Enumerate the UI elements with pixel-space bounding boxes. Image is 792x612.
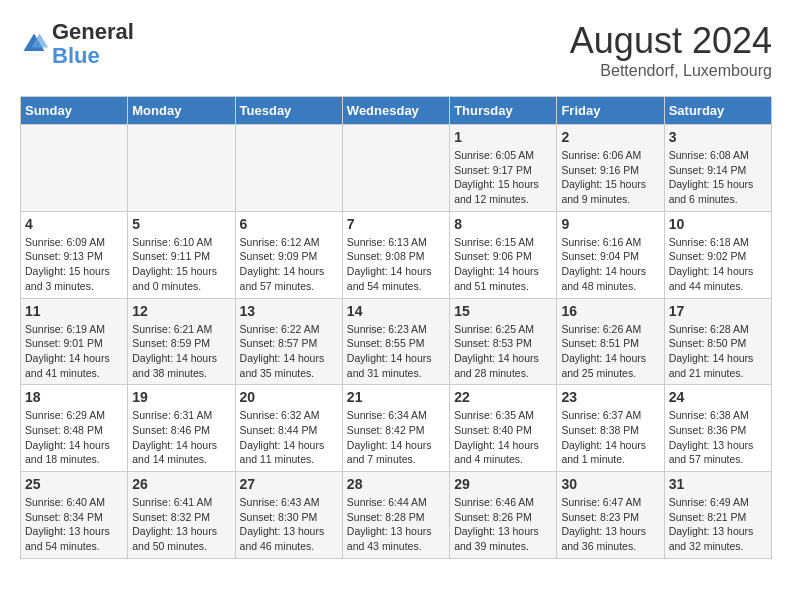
day-info: Sunrise: 6:25 AM Sunset: 8:53 PM Dayligh… [454, 322, 552, 381]
day-number: 6 [240, 216, 338, 232]
week-row-3: 11 Sunrise: 6:19 AM Sunset: 9:01 PM Dayl… [21, 298, 772, 385]
day-number: 31 [669, 476, 767, 492]
daylight-text: Daylight: 14 hours and 14 minutes. [132, 439, 217, 466]
day-info: Sunrise: 6:16 AM Sunset: 9:04 PM Dayligh… [561, 235, 659, 294]
daylight-text: Daylight: 14 hours and 18 minutes. [25, 439, 110, 466]
calendar-cell: 26 Sunrise: 6:41 AM Sunset: 8:32 PM Dayl… [128, 472, 235, 559]
sunrise-text: Sunrise: 6:13 AM [347, 236, 427, 248]
logo-icon [20, 30, 48, 58]
col-wednesday: Wednesday [342, 97, 449, 125]
sunrise-text: Sunrise: 6:34 AM [347, 409, 427, 421]
day-info: Sunrise: 6:49 AM Sunset: 8:21 PM Dayligh… [669, 495, 767, 554]
day-number: 25 [25, 476, 123, 492]
daylight-text: Daylight: 14 hours and 44 minutes. [669, 265, 754, 292]
calendar-cell: 20 Sunrise: 6:32 AM Sunset: 8:44 PM Dayl… [235, 385, 342, 472]
sunrise-text: Sunrise: 6:21 AM [132, 323, 212, 335]
day-info: Sunrise: 6:19 AM Sunset: 9:01 PM Dayligh… [25, 322, 123, 381]
subtitle: Bettendorf, Luxembourg [570, 62, 772, 80]
sunset-text: Sunset: 8:38 PM [561, 424, 639, 436]
sunset-text: Sunset: 8:32 PM [132, 511, 210, 523]
daylight-text: Daylight: 13 hours and 54 minutes. [25, 525, 110, 552]
sunrise-text: Sunrise: 6:49 AM [669, 496, 749, 508]
header-row: Sunday Monday Tuesday Wednesday Thursday… [21, 97, 772, 125]
daylight-text: Daylight: 14 hours and 1 minute. [561, 439, 646, 466]
sunrise-text: Sunrise: 6:23 AM [347, 323, 427, 335]
calendar-cell: 31 Sunrise: 6:49 AM Sunset: 8:21 PM Dayl… [664, 472, 771, 559]
logo-text: GeneralBlue [52, 20, 134, 68]
day-number: 1 [454, 129, 552, 145]
daylight-text: Daylight: 14 hours and 35 minutes. [240, 352, 325, 379]
calendar-cell: 15 Sunrise: 6:25 AM Sunset: 8:53 PM Dayl… [450, 298, 557, 385]
sunset-text: Sunset: 8:48 PM [25, 424, 103, 436]
sunrise-text: Sunrise: 6:38 AM [669, 409, 749, 421]
col-saturday: Saturday [664, 97, 771, 125]
day-number: 27 [240, 476, 338, 492]
daylight-text: Daylight: 15 hours and 9 minutes. [561, 178, 646, 205]
calendar-cell: 8 Sunrise: 6:15 AM Sunset: 9:06 PM Dayli… [450, 211, 557, 298]
calendar-cell: 12 Sunrise: 6:21 AM Sunset: 8:59 PM Dayl… [128, 298, 235, 385]
header: GeneralBlue August 2024 Bettendorf, Luxe… [20, 20, 772, 80]
day-number: 15 [454, 303, 552, 319]
day-info: Sunrise: 6:13 AM Sunset: 9:08 PM Dayligh… [347, 235, 445, 294]
title-area: August 2024 Bettendorf, Luxembourg [570, 20, 772, 80]
calendar-cell: 28 Sunrise: 6:44 AM Sunset: 8:28 PM Dayl… [342, 472, 449, 559]
daylight-text: Daylight: 13 hours and 43 minutes. [347, 525, 432, 552]
day-number: 13 [240, 303, 338, 319]
day-info: Sunrise: 6:38 AM Sunset: 8:36 PM Dayligh… [669, 408, 767, 467]
daylight-text: Daylight: 14 hours and 21 minutes. [669, 352, 754, 379]
day-info: Sunrise: 6:26 AM Sunset: 8:51 PM Dayligh… [561, 322, 659, 381]
day-number: 10 [669, 216, 767, 232]
day-info: Sunrise: 6:43 AM Sunset: 8:30 PM Dayligh… [240, 495, 338, 554]
daylight-text: Daylight: 14 hours and 54 minutes. [347, 265, 432, 292]
sunrise-text: Sunrise: 6:22 AM [240, 323, 320, 335]
sunrise-text: Sunrise: 6:29 AM [25, 409, 105, 421]
sunset-text: Sunset: 8:26 PM [454, 511, 532, 523]
day-number: 3 [669, 129, 767, 145]
daylight-text: Daylight: 14 hours and 51 minutes. [454, 265, 539, 292]
calendar-cell: 7 Sunrise: 6:13 AM Sunset: 9:08 PM Dayli… [342, 211, 449, 298]
daylight-text: Daylight: 13 hours and 32 minutes. [669, 525, 754, 552]
sunset-text: Sunset: 8:51 PM [561, 337, 639, 349]
calendar-cell: 5 Sunrise: 6:10 AM Sunset: 9:11 PM Dayli… [128, 211, 235, 298]
calendar-cell: 11 Sunrise: 6:19 AM Sunset: 9:01 PM Dayl… [21, 298, 128, 385]
week-row-4: 18 Sunrise: 6:29 AM Sunset: 8:48 PM Dayl… [21, 385, 772, 472]
calendar-cell: 3 Sunrise: 6:08 AM Sunset: 9:14 PM Dayli… [664, 125, 771, 212]
sunset-text: Sunset: 8:40 PM [454, 424, 532, 436]
day-info: Sunrise: 6:34 AM Sunset: 8:42 PM Dayligh… [347, 408, 445, 467]
main-title: August 2024 [570, 20, 772, 62]
sunset-text: Sunset: 8:36 PM [669, 424, 747, 436]
daylight-text: Daylight: 15 hours and 12 minutes. [454, 178, 539, 205]
day-number: 9 [561, 216, 659, 232]
sunrise-text: Sunrise: 6:35 AM [454, 409, 534, 421]
col-thursday: Thursday [450, 97, 557, 125]
daylight-text: Daylight: 13 hours and 46 minutes. [240, 525, 325, 552]
col-tuesday: Tuesday [235, 97, 342, 125]
day-number: 24 [669, 389, 767, 405]
day-number: 8 [454, 216, 552, 232]
col-sunday: Sunday [21, 97, 128, 125]
day-info: Sunrise: 6:35 AM Sunset: 8:40 PM Dayligh… [454, 408, 552, 467]
sunset-text: Sunset: 8:55 PM [347, 337, 425, 349]
sunrise-text: Sunrise: 6:37 AM [561, 409, 641, 421]
sunset-text: Sunset: 9:01 PM [25, 337, 103, 349]
daylight-text: Daylight: 14 hours and 25 minutes. [561, 352, 646, 379]
day-number: 7 [347, 216, 445, 232]
calendar-cell: 16 Sunrise: 6:26 AM Sunset: 8:51 PM Dayl… [557, 298, 664, 385]
calendar-cell: 9 Sunrise: 6:16 AM Sunset: 9:04 PM Dayli… [557, 211, 664, 298]
calendar-cell: 18 Sunrise: 6:29 AM Sunset: 8:48 PM Dayl… [21, 385, 128, 472]
calendar-cell [342, 125, 449, 212]
daylight-text: Daylight: 14 hours and 11 minutes. [240, 439, 325, 466]
calendar-cell: 30 Sunrise: 6:47 AM Sunset: 8:23 PM Dayl… [557, 472, 664, 559]
week-row-2: 4 Sunrise: 6:09 AM Sunset: 9:13 PM Dayli… [21, 211, 772, 298]
sunrise-text: Sunrise: 6:46 AM [454, 496, 534, 508]
sunset-text: Sunset: 9:08 PM [347, 250, 425, 262]
sunrise-text: Sunrise: 6:16 AM [561, 236, 641, 248]
calendar-cell [128, 125, 235, 212]
calendar-cell: 29 Sunrise: 6:46 AM Sunset: 8:26 PM Dayl… [450, 472, 557, 559]
day-info: Sunrise: 6:46 AM Sunset: 8:26 PM Dayligh… [454, 495, 552, 554]
day-number: 28 [347, 476, 445, 492]
sunset-text: Sunset: 8:50 PM [669, 337, 747, 349]
sunset-text: Sunset: 9:06 PM [454, 250, 532, 262]
calendar-cell: 23 Sunrise: 6:37 AM Sunset: 8:38 PM Dayl… [557, 385, 664, 472]
col-monday: Monday [128, 97, 235, 125]
